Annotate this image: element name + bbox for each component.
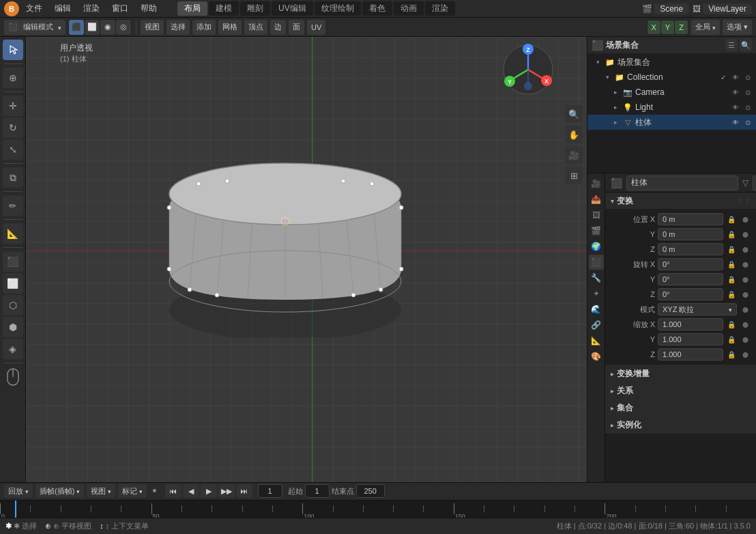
props-modifier-btn[interactable]: 🔧 [589, 270, 604, 285]
scene-name[interactable]: Scene [654, 3, 688, 14]
timeline-scrubber[interactable]: // Generate tick marks inline 0501001502… [0, 501, 756, 518]
collections-header[interactable]: ▸ 集合 [605, 399, 756, 416]
jump-start-btn[interactable]: ⏮ [165, 484, 181, 498]
annotate-tool-btn[interactable]: ✏ [3, 195, 23, 216]
light-eye-btn[interactable]: 👁 [730, 102, 741, 113]
transform-options-icon[interactable]: ⋮⋮ [737, 197, 751, 205]
collection-cursor-btn[interactable]: ⊙ [742, 72, 753, 83]
timeline-playhead[interactable] [15, 501, 16, 518]
location-y-field[interactable]: 0 m [658, 228, 723, 240]
expand-collection[interactable]: ▾ [602, 72, 612, 82]
axis-y-btn[interactable]: Y [661, 20, 674, 34]
menu-file[interactable]: 文件 [20, 1, 48, 16]
rotation-y-lock[interactable]: 🔒 [726, 274, 737, 285]
axis-z-btn[interactable]: Z [675, 20, 688, 34]
props-world-btn[interactable]: 🌍 [589, 239, 604, 254]
play-btn[interactable]: ▶ [201, 484, 217, 498]
rotation-x-anim[interactable]: ⬤ [740, 259, 751, 270]
rotation-y-anim[interactable]: ⬤ [740, 274, 751, 285]
props-material-btn[interactable]: 🎨 [589, 349, 604, 364]
jump-end-btn[interactable]: ⏭ [236, 484, 252, 498]
transform-section-header[interactable]: ▾ 变换 ⋮⋮ [605, 193, 756, 209]
rotation-mode-extra[interactable]: ⬤ [740, 304, 751, 315]
outliner-item-cylinder[interactable]: ▸ ▽ 柱体 👁 ⊙ [587, 115, 756, 130]
outliner-filter-btn[interactable]: ☰ [725, 39, 738, 51]
playback-dropdown[interactable]: 回放 [4, 484, 33, 498]
vp-zoom-btn[interactable]: 🔍 [565, 105, 583, 123]
location-z-field[interactable]: 0 m [658, 243, 723, 255]
tab-uv[interactable]: UV编辑 [272, 1, 313, 16]
select-tool-btn[interactable] [3, 40, 23, 60]
props-constraints-btn[interactable]: 🔗 [589, 318, 604, 333]
solid-mode-btn[interactable]: ⬛ [69, 20, 84, 35]
cylinder-eye-btn[interactable]: 👁 [730, 117, 741, 128]
tab-shading[interactable]: 着色 [362, 1, 392, 16]
prev-frame-btn[interactable]: ◀ [183, 484, 199, 498]
tab-sculpt[interactable]: 雕刻 [240, 1, 270, 16]
edge-menu[interactable]: 边 [270, 20, 286, 35]
render-mode-btn[interactable]: ◎ [116, 20, 131, 35]
vp-grid-btn[interactable]: ⊞ [565, 167, 583, 184]
scale-z-lock[interactable]: 🔒 [726, 349, 737, 360]
rotate-tool-btn[interactable]: ↻ [3, 117, 23, 138]
light-cursor-btn[interactable]: ⊙ [742, 102, 753, 113]
rotation-z-field[interactable]: 0° [658, 288, 723, 300]
start-frame-input[interactable] [305, 484, 330, 498]
outliner-item-scene-collection[interactable]: ▾ 📁 场景集合 [587, 55, 756, 70]
menu-edit[interactable]: 编辑 [49, 1, 76, 16]
object-name-input[interactable] [626, 175, 738, 191]
vertex-menu[interactable]: 顶点 [244, 20, 267, 35]
props-output-btn[interactable]: 📤 [589, 192, 604, 207]
marker-dropdown[interactable]: 标记 [118, 484, 147, 498]
outliner-item-collection[interactable]: ▾ 📁 Collection ✓ 👁 ⊙ [587, 70, 756, 85]
expand-camera[interactable]: ▸ [611, 87, 620, 97]
cursor-tool-btn[interactable]: ⊕ [3, 68, 23, 88]
camera-eye-btn[interactable]: 👁 [730, 87, 741, 98]
rotation-x-field[interactable]: 0° [658, 258, 723, 270]
rotation-mode-select[interactable]: XYZ 欧拉 [658, 303, 737, 315]
blender-logo[interactable]: B [4, 1, 19, 16]
vp-pan-btn[interactable]: ✋ [565, 126, 583, 143]
scale-z-anim[interactable]: ⬤ [740, 349, 751, 360]
scale-x-field[interactable]: 1.000 [658, 318, 723, 331]
expand-cylinder[interactable]: ▸ [611, 117, 620, 127]
menu-help[interactable]: 帮助 [135, 1, 162, 16]
face-menu[interactable]: 面 [289, 20, 304, 35]
location-y-anim[interactable]: ⬤ [740, 229, 751, 240]
outliner-item-camera[interactable]: ▸ 📷 Camera 👁 ⊙ [587, 85, 756, 100]
menu-window[interactable]: 窗口 [106, 1, 134, 16]
delta-transform-header[interactable]: ▸ 变换增量 [605, 365, 756, 382]
vp-orbit-btn[interactable]: 🎥 [565, 146, 583, 164]
mesh-name-input[interactable] [753, 175, 756, 191]
location-x-lock[interactable]: 🔒 [726, 214, 737, 225]
scale-y-field[interactable]: 1.000 [658, 333, 723, 346]
props-particles-btn[interactable]: ✦ [589, 286, 604, 301]
location-x-anim[interactable]: ⬤ [740, 214, 751, 225]
expand-light[interactable]: ▸ [611, 102, 620, 112]
select-menu[interactable]: 选择 [166, 20, 190, 35]
tab-texture-paint[interactable]: 纹理绘制 [315, 1, 361, 16]
measure-tool-btn[interactable]: 📐 [3, 223, 23, 244]
camera-cursor-btn[interactable]: ⊙ [742, 87, 753, 98]
material-mode-btn[interactable]: ◉ [100, 20, 115, 35]
props-object-btn[interactable]: ⬛ [589, 255, 604, 270]
props-view-btn[interactable]: 🖼 [589, 208, 604, 223]
tab-layout[interactable]: 布局 [177, 1, 207, 16]
props-physics-btn[interactable]: 🌊 [589, 302, 604, 317]
props-data-btn[interactable]: 📐 [589, 333, 604, 348]
scale-y-lock[interactable]: 🔒 [726, 334, 737, 345]
next-frame-btn[interactable]: ▶▶ [218, 484, 235, 498]
location-x-field[interactable]: 0 m [658, 213, 723, 225]
scale-z-field[interactable]: 1.000 [658, 348, 723, 361]
tab-rendering[interactable]: 渲染 [425, 1, 455, 16]
tab-animation[interactable]: 动画 [394, 1, 424, 16]
viewlayer-name[interactable]: ViewLayer [703, 3, 752, 14]
navigation-gizmo[interactable]: Z X Y [501, 42, 555, 97]
options-menu[interactable]: 选项 ▾ [723, 20, 752, 35]
relations-header[interactable]: ▸ 关系 [605, 382, 756, 399]
outliner-search-btn[interactable]: 🔍 [740, 39, 752, 51]
location-z-anim[interactable]: ⬤ [740, 244, 751, 255]
rotation-z-lock[interactable]: 🔒 [726, 289, 737, 300]
add-cylinder-btn[interactable]: ⬜ [3, 273, 23, 294]
add-shape2-btn[interactable]: ⬢ [3, 317, 23, 337]
